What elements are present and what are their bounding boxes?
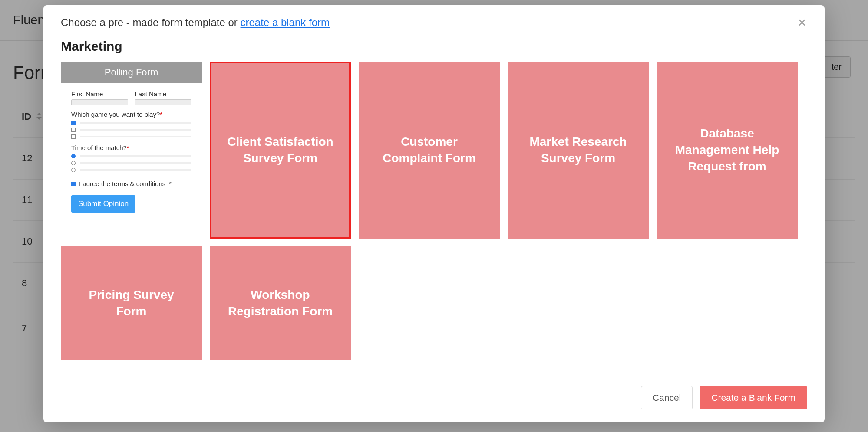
- checkbox-icon: [71, 128, 76, 132]
- template-pricing-survey[interactable]: Pricing Survey Form: [61, 246, 202, 360]
- modal-body: Marketing Polling Form First Name Last N…: [43, 35, 825, 376]
- preview-terms: I agree the terms & conditions*: [71, 180, 191, 187]
- close-icon[interactable]: [797, 17, 807, 28]
- create-blank-link[interactable]: create a blank form: [241, 16, 330, 28]
- preview-question-2: Time of the match?*: [71, 144, 191, 151]
- modal-header-text: Choose a pre - made form template or cre…: [61, 16, 330, 29]
- modal-footer: Cancel Create a Blank Form: [43, 376, 825, 422]
- radio-icon: [71, 168, 76, 172]
- template-market-research[interactable]: Market Research Survey Form: [508, 62, 649, 239]
- cancel-button[interactable]: Cancel: [641, 386, 693, 409]
- template-modal: Choose a pre - made form template or cre…: [43, 5, 825, 422]
- preview-lastname-label: Last Name: [135, 90, 192, 98]
- preview-title: Polling Form: [61, 62, 202, 83]
- checkbox-icon: [71, 121, 76, 125]
- section-title: Marketing: [61, 39, 807, 54]
- modal-header: Choose a pre - made form template or cre…: [43, 5, 825, 35]
- create-blank-button[interactable]: Create a Blank Form: [700, 386, 807, 409]
- radio-icon: [71, 154, 76, 158]
- preview-submit-button: Submit Opinion: [71, 195, 135, 213]
- template-client-satisfaction[interactable]: Client Satisfaction Survey Form: [210, 62, 351, 239]
- preview-firstname-label: First Name: [71, 90, 128, 98]
- template-polling-form[interactable]: Polling Form First Name Last Name Wh: [61, 62, 202, 239]
- modal-header-prefix: Choose a pre - made form template or: [61, 16, 241, 28]
- template-workshop-registration[interactable]: Workshop Registration Form: [210, 246, 351, 360]
- preview-question-1: Which game you want to play?*: [71, 111, 191, 118]
- radio-icon: [71, 161, 76, 165]
- template-customer-complaint[interactable]: Customer Complaint Form: [359, 62, 500, 239]
- preview-lastname-input: [135, 99, 192, 105]
- preview-firstname-input: [71, 99, 128, 105]
- template-database-management[interactable]: Database Management Help Request from: [657, 62, 798, 239]
- checkbox-icon: [71, 134, 76, 139]
- template-grid: Polling Form First Name Last Name Wh: [61, 62, 807, 360]
- checkbox-icon: [71, 182, 76, 186]
- preview-body: First Name Last Name Which game you want…: [61, 83, 202, 239]
